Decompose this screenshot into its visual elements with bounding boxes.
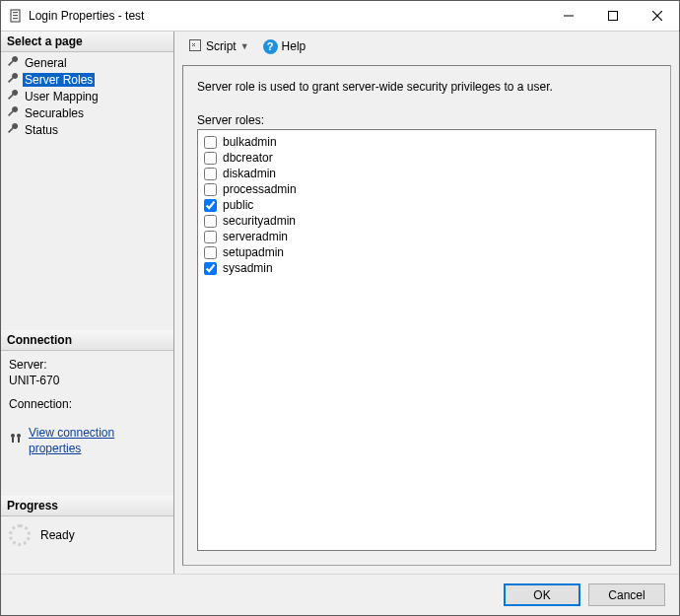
script-label: Script [206,39,237,53]
role-checkbox[interactable] [204,199,217,212]
login-properties-window: Login Properties - test Select a page Ge… [0,0,680,616]
connection-properties-icon [9,432,23,449]
minimize-button[interactable] [546,1,590,31]
dialog-body: Select a page GeneralServer RolesUser Ma… [1,31,679,574]
help-button[interactable]: ? Help [259,37,310,56]
role-name: processadmin [223,182,297,196]
svg-rect-3 [13,18,18,19]
sidebar-page-label: Server Roles [23,73,95,87]
connection-label: Connection: [9,396,166,412]
role-name: public [223,198,253,212]
main-panel: Script ▼ ? Help Server role is used to g… [174,32,679,574]
sidebar-page-item[interactable]: User Mapping [3,88,171,104]
role-row[interactable]: diskadmin [204,166,649,181]
role-name: bulkadmin [223,135,277,149]
role-row[interactable]: processadmin [204,181,649,197]
sidebar-page-label: Securables [23,106,86,120]
role-name: diskadmin [223,167,276,180]
page-list: GeneralServer RolesUser MappingSecurable… [1,52,173,140]
role-row[interactable]: securityadmin [204,213,649,229]
description-text: Server role is used to grant server-wide… [197,80,656,94]
titlebar: Login Properties - test [1,1,679,31]
window-title: Login Properties - test [29,9,546,23]
app-icon [9,9,23,23]
ok-button[interactable]: OK [504,583,580,606]
script-icon [188,38,202,55]
svg-rect-10 [12,438,14,443]
wrench-icon [7,105,19,120]
sidebar-page-item[interactable]: Securables [3,104,171,121]
help-label: Help [282,39,306,53]
svg-rect-1 [13,12,18,13]
maximize-button[interactable] [590,1,635,31]
role-checkbox[interactable] [204,152,217,165]
role-checkbox[interactable] [204,168,217,180]
role-checkbox[interactable] [204,246,217,259]
role-checkbox[interactable] [204,262,217,275]
server-value: UNIT-670 [9,373,166,388]
role-checkbox[interactable] [204,231,217,243]
role-name: dbcreator [223,151,273,165]
role-row[interactable]: bulkadmin [204,134,649,150]
svg-point-8 [11,434,15,438]
chevron-down-icon: ▼ [240,41,249,51]
role-row[interactable]: public [204,197,649,213]
wrench-icon [7,89,19,103]
view-connection-properties-link[interactable]: View connection properties [29,425,166,456]
svg-rect-11 [18,438,20,443]
svg-rect-5 [608,12,617,21]
role-row[interactable]: dbcreator [204,150,649,166]
progress-panel: Ready [1,516,173,554]
sidebar-page-label: User Mapping [23,90,101,103]
svg-rect-12 [190,39,201,50]
server-roles-label: Server roles: [197,113,656,127]
window-controls [546,1,679,31]
role-row[interactable]: serveradmin [204,229,649,244]
role-checkbox[interactable] [204,136,217,149]
wrench-icon [7,55,19,70]
role-checkbox[interactable] [204,183,217,196]
script-button[interactable]: Script ▼ [184,36,253,57]
sidebar-page-item[interactable]: Server Roles [3,71,171,88]
role-name: setupadmin [223,245,284,259]
server-label: Server: [9,357,166,373]
sidebar-page-item[interactable]: General [3,54,171,71]
connection-panel: Server: UNIT-670 Connection: View connec… [1,351,173,466]
svg-rect-2 [13,15,18,16]
role-row[interactable]: setupadmin [204,244,649,260]
toolbar: Script ▼ ? Help [174,32,679,61]
close-button[interactable] [635,1,679,31]
sidebar: Select a page GeneralServer RolesUser Ma… [1,32,174,574]
wrench-icon [7,122,19,137]
dialog-footer: OK Cancel [1,574,679,615]
select-page-heading: Select a page [1,32,173,52]
progress-status: Ready [40,528,75,542]
sidebar-page-item[interactable]: Status [3,121,171,138]
progress-spinner-icon [9,524,31,546]
connection-heading: Connection [1,330,173,351]
help-icon: ? [263,39,278,54]
role-checkbox[interactable] [204,215,217,228]
server-roles-listbox[interactable]: bulkadmindbcreatordiskadminprocessadminp… [197,129,656,551]
sidebar-page-label: General [23,56,69,70]
role-name: serveradmin [223,230,288,243]
cancel-button[interactable]: Cancel [588,583,665,606]
progress-heading: Progress [1,496,173,516]
role-row[interactable]: sysadmin [204,260,649,276]
sidebar-page-label: Status [23,123,60,137]
role-name: sysadmin [223,261,273,275]
svg-point-9 [17,434,21,438]
wrench-icon [7,72,19,87]
content-pane: Server role is used to grant server-wide… [182,65,671,566]
role-name: securityadmin [223,214,296,228]
